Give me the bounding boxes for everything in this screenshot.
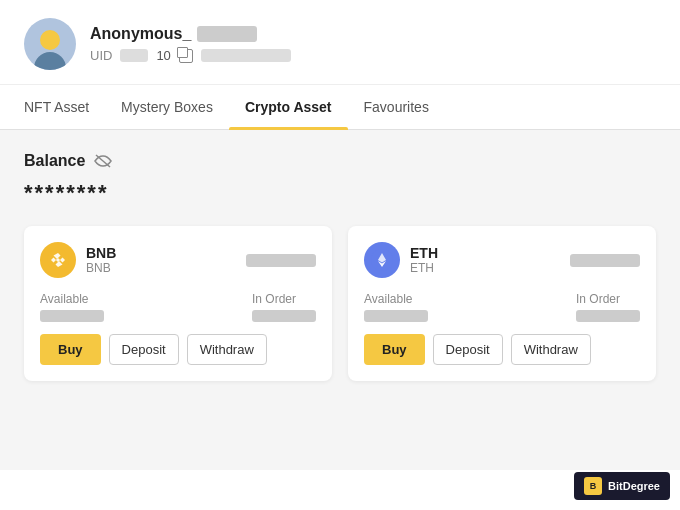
profile-meta: UID 10 bbox=[90, 48, 291, 63]
eth-name-wrap: ETH ETH bbox=[410, 245, 438, 275]
bnb-card-header: BNB BNB bbox=[40, 242, 316, 278]
avatar-head bbox=[40, 30, 60, 50]
tab-nft-asset[interactable]: NFT Asset bbox=[24, 85, 105, 129]
eth-in-order-value bbox=[576, 310, 640, 322]
bnb-coin-info: BNB BNB bbox=[40, 242, 116, 278]
eth-balance-hidden bbox=[570, 254, 640, 267]
tabs-bar: NFT Asset Mystery Boxes Crypto Asset Fav… bbox=[0, 85, 680, 130]
eth-symbol: ETH bbox=[410, 261, 438, 275]
cards-grid: BNB BNB Available In Order bbox=[24, 226, 656, 381]
eth-deposit-button[interactable]: Deposit bbox=[433, 334, 503, 365]
eth-available-value bbox=[364, 310, 428, 322]
bnb-buy-button[interactable]: Buy bbox=[40, 334, 101, 365]
bnb-in-order-col: In Order bbox=[252, 292, 316, 322]
bnb-available-value bbox=[40, 310, 104, 322]
eth-buy-button[interactable]: Buy bbox=[364, 334, 425, 365]
bnb-in-order-value bbox=[252, 310, 316, 322]
bitdegree-badge: B BitDegree bbox=[574, 472, 670, 500]
uid-label: UID bbox=[90, 48, 112, 63]
balance-title: Balance bbox=[24, 152, 85, 170]
eth-card-header: ETH ETH bbox=[364, 242, 640, 278]
tab-crypto-asset[interactable]: Crypto Asset bbox=[229, 85, 348, 129]
tab-mystery-boxes[interactable]: Mystery Boxes bbox=[105, 85, 229, 129]
profile-section: Anonymous_ UID 10 bbox=[0, 0, 680, 85]
eth-actions: Buy Deposit Withdraw bbox=[364, 334, 640, 365]
bnb-available-col: Available bbox=[40, 292, 104, 322]
bitdegree-text: BitDegree bbox=[608, 480, 660, 492]
main-content: Balance ******** bbox=[0, 130, 680, 470]
eth-in-order-label: In Order bbox=[576, 292, 640, 306]
uid-value-blur bbox=[120, 49, 148, 62]
eth-available-col: Available bbox=[364, 292, 428, 322]
bnb-card: BNB BNB Available In Order bbox=[24, 226, 332, 381]
bnb-actions: Buy Deposit Withdraw bbox=[40, 334, 316, 365]
profile-name: Anonymous_ bbox=[90, 25, 291, 43]
avatar bbox=[24, 18, 76, 70]
eth-available-label: Available bbox=[364, 292, 428, 306]
eth-stats-row: Available In Order bbox=[364, 292, 640, 322]
bnb-deposit-button[interactable]: Deposit bbox=[109, 334, 179, 365]
profile-info: Anonymous_ UID 10 bbox=[90, 25, 291, 63]
username-blur bbox=[197, 26, 257, 42]
page-wrapper: Anonymous_ UID 10 NFT Asset Mystery Boxe… bbox=[0, 0, 680, 510]
bd-icon-text: B bbox=[590, 481, 597, 491]
tab-favourites[interactable]: Favourites bbox=[348, 85, 445, 129]
bnb-balance-hidden bbox=[246, 254, 316, 267]
bnb-in-order-label: In Order bbox=[252, 292, 316, 306]
bnb-withdraw-button[interactable]: Withdraw bbox=[187, 334, 267, 365]
toggle-balance-icon[interactable] bbox=[93, 154, 113, 168]
eth-in-order-col: In Order bbox=[576, 292, 640, 322]
bnb-stats-row: Available In Order bbox=[40, 292, 316, 322]
uid-number: 10 bbox=[156, 48, 170, 63]
eth-withdraw-button[interactable]: Withdraw bbox=[511, 334, 591, 365]
bnb-name: BNB bbox=[86, 245, 116, 261]
bitdegree-logo-icon: B bbox=[584, 477, 602, 495]
balance-header: Balance bbox=[24, 152, 656, 170]
eth-card: ETH ETH Available In Order bbox=[348, 226, 656, 381]
eth-name: ETH bbox=[410, 245, 438, 261]
copy-uid-button[interactable] bbox=[179, 49, 193, 63]
balance-value: ******** bbox=[24, 180, 656, 206]
avatar-body bbox=[34, 52, 66, 70]
eth-icon bbox=[364, 242, 400, 278]
bnb-symbol: BNB bbox=[86, 261, 116, 275]
bnb-available-label: Available bbox=[40, 292, 104, 306]
email-blur bbox=[201, 49, 291, 62]
bnb-icon bbox=[40, 242, 76, 278]
eth-coin-info: ETH ETH bbox=[364, 242, 438, 278]
username-text: Anonymous_ bbox=[90, 25, 191, 43]
bnb-name-wrap: BNB BNB bbox=[86, 245, 116, 275]
